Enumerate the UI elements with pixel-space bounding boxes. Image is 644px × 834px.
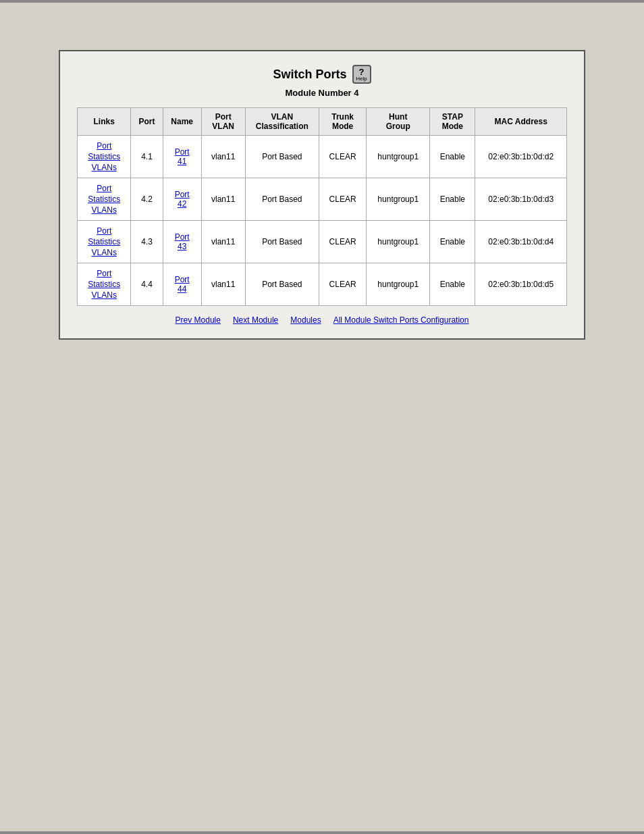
module-label: Module Number 4 <box>77 88 567 98</box>
port-name-link-4[interactable]: Port44 <box>175 275 190 294</box>
hunt-group: huntgroup1 <box>367 221 430 263</box>
col-header-mac-address: MAC Address <box>475 108 567 136</box>
table-header-row: Links Port Name PortVLAN VLANClassificat… <box>78 108 567 136</box>
port-vlan: vlan11 <box>201 221 245 263</box>
col-header-port-vlan: PortVLAN <box>201 108 245 136</box>
row-3-link-statistics[interactable]: Statistics <box>88 237 120 246</box>
col-header-hunt-group: HuntGroup <box>367 108 430 136</box>
modules-link[interactable]: Modules <box>290 315 321 325</box>
row-2-link-statistics[interactable]: Statistics <box>88 194 120 204</box>
footer-links: Prev Module Next Module Modules All Modu… <box>77 315 567 325</box>
row-2-link-vlans[interactable]: VLANs <box>92 205 117 215</box>
port-vlan: vlan11 <box>201 263 245 306</box>
table-row: PortStatisticsVLANs4.4Port44vlan11Port B… <box>78 263 567 306</box>
port-name-link-1[interactable]: Port41 <box>175 147 190 166</box>
switch-ports-panel: Switch Ports ? Help Module Number 4 Link… <box>59 50 585 340</box>
links-cell: PortStatisticsVLANs <box>78 263 131 306</box>
stap-mode: Enable <box>430 263 475 306</box>
row-2-link-port[interactable]: Port <box>97 184 111 193</box>
port-name: Port43 <box>163 221 201 263</box>
row-3-link-port[interactable]: Port <box>97 226 111 236</box>
port-number: 4.2 <box>131 178 163 221</box>
table-row: PortStatisticsVLANs4.1Port41vlan11Port B… <box>78 136 567 178</box>
row-4-link-port[interactable]: Port <box>97 269 111 278</box>
stap-mode: Enable <box>430 136 475 178</box>
port-name-link-3[interactable]: Port43 <box>175 232 190 251</box>
col-header-trunk-mode: TrunkMode <box>319 108 367 136</box>
vlan-classification: Port Based <box>245 178 319 221</box>
vlan-classification: Port Based <box>245 136 319 178</box>
stap-mode: Enable <box>430 221 475 263</box>
col-header-vlan-classification: VLANClassification <box>245 108 319 136</box>
mac-address: 02:e0:3b:1b:0d:d3 <box>475 178 567 221</box>
row-1-link-statistics[interactable]: Statistics <box>88 152 120 161</box>
hunt-group: huntgroup1 <box>367 178 430 221</box>
port-vlan: vlan11 <box>201 136 245 178</box>
row-4-link-vlans[interactable]: VLANs <box>92 290 117 300</box>
links-cell: PortStatisticsVLANs <box>78 221 131 263</box>
port-number: 4.4 <box>131 263 163 306</box>
help-icon-label: Help <box>356 76 367 82</box>
all-module-switch-ports-link[interactable]: All Module Switch Ports Configuration <box>333 315 469 325</box>
links-cell: PortStatisticsVLANs <box>78 178 131 221</box>
mac-address: 02:e0:3b:1b:0d:d5 <box>475 263 567 306</box>
col-header-links: Links <box>78 108 131 136</box>
switch-ports-table: Links Port Name PortVLAN VLANClassificat… <box>77 107 567 306</box>
links-cell: PortStatisticsVLANs <box>78 136 131 178</box>
table-row: PortStatisticsVLANs4.3Port43vlan11Port B… <box>78 221 567 263</box>
panel-title-row: Switch Ports ? Help <box>77 65 567 84</box>
trunk-mode: CLEAR <box>319 136 367 178</box>
vlan-classification: Port Based <box>245 263 319 306</box>
port-name-link-2[interactable]: Port42 <box>175 190 190 209</box>
port-number: 4.3 <box>131 221 163 263</box>
port-name: Port41 <box>163 136 201 178</box>
help-icon-q: ? <box>359 68 365 76</box>
mac-address: 02:e0:3b:1b:0d:d4 <box>475 221 567 263</box>
stap-mode: Enable <box>430 178 475 221</box>
port-vlan: vlan11 <box>201 178 245 221</box>
vlan-classification: Port Based <box>245 221 319 263</box>
table-row: PortStatisticsVLANs4.2Port42vlan11Port B… <box>78 178 567 221</box>
hunt-group: huntgroup1 <box>367 136 430 178</box>
port-name: Port42 <box>163 178 201 221</box>
next-module-link[interactable]: Next Module <box>233 315 278 325</box>
help-icon-button[interactable]: ? Help <box>352 65 371 84</box>
col-header-port: Port <box>131 108 163 136</box>
col-header-name: Name <box>163 108 201 136</box>
mac-address: 02:e0:3b:1b:0d:d2 <box>475 136 567 178</box>
prev-module-link[interactable]: Prev Module <box>176 315 221 325</box>
trunk-mode: CLEAR <box>319 263 367 306</box>
col-header-stap-mode: STAPMode <box>430 108 475 136</box>
row-3-link-vlans[interactable]: VLANs <box>92 248 117 257</box>
panel-title-text: Switch Ports <box>273 68 346 82</box>
row-1-link-port[interactable]: Port <box>97 141 111 151</box>
trunk-mode: CLEAR <box>319 221 367 263</box>
row-1-link-vlans[interactable]: VLANs <box>92 163 117 172</box>
port-name: Port44 <box>163 263 201 306</box>
bottom-divider <box>0 831 644 834</box>
hunt-group: huntgroup1 <box>367 263 430 306</box>
row-4-link-statistics[interactable]: Statistics <box>88 280 120 289</box>
port-number: 4.1 <box>131 136 163 178</box>
trunk-mode: CLEAR <box>319 178 367 221</box>
